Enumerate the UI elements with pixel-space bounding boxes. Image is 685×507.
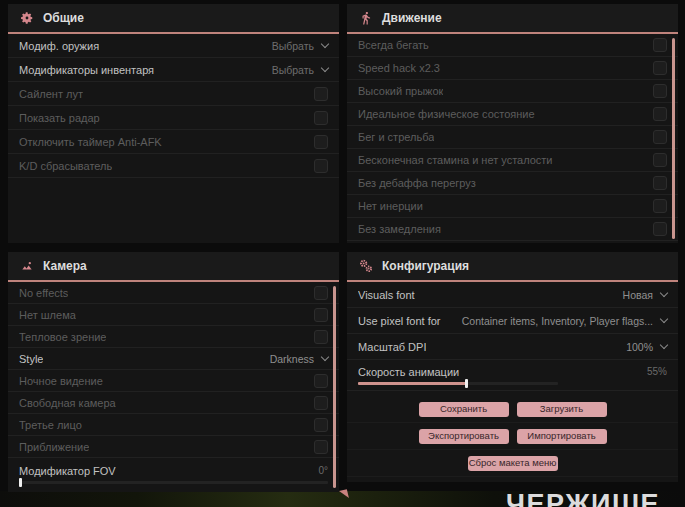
setting-label: Показать радар (19, 112, 100, 124)
dropdown[interactable]: Выбрать (272, 40, 328, 52)
slider-handle[interactable] (465, 379, 468, 388)
button-row: Сброс макета меню (347, 450, 678, 477)
setting-label: Всегда бегать (358, 39, 429, 51)
setting-label: K/D сбрасыватель (19, 160, 112, 172)
action-button[interactable]: Загрузить (517, 402, 607, 417)
dropdown[interactable]: Выбрать (272, 64, 328, 76)
dropdown[interactable]: Container items, Inventory, Player flags… (462, 315, 667, 327)
slider-track[interactable] (19, 481, 328, 484)
checkbox[interactable] (314, 308, 328, 322)
checkbox[interactable] (314, 396, 328, 410)
setting-label: Отключить таймер Anti-AFK (19, 136, 162, 148)
checkbox[interactable] (653, 38, 667, 52)
setting-row[interactable]: No effects (8, 282, 339, 304)
setting-row[interactable]: Нет инерции (347, 195, 678, 218)
setting-label: Свободная камера (19, 397, 116, 409)
setting-row: Use pixel font forContainer items, Inven… (347, 308, 678, 334)
setting-label: Use pixel font for (358, 315, 441, 327)
setting-row: Модификатор FOV0° (8, 458, 339, 490)
setting-row[interactable]: Ночное видение (8, 370, 339, 392)
buttons-area: СохранитьЗагрузитьЭкспортироватьИмпортир… (347, 391, 678, 477)
setting-label: Модификатор FOV (19, 465, 116, 477)
panel-header-config: Конфигурация (347, 252, 678, 282)
slider-head: Модификатор FOV0° (19, 465, 328, 477)
scrollbar[interactable] (672, 38, 675, 239)
action-button[interactable]: Импортировать (517, 429, 607, 444)
setting-label: Сайлент лут (19, 88, 83, 100)
action-button[interactable]: Сброс макета меню (468, 456, 558, 471)
checkbox[interactable] (653, 176, 667, 190)
setting-row[interactable]: Приближение (8, 436, 339, 458)
slider-fill (358, 382, 468, 385)
setting-row[interactable]: Speed hack x2.3 (347, 57, 678, 80)
setting-label: Приближение (19, 441, 89, 453)
checkbox[interactable] (314, 159, 328, 173)
checkbox[interactable] (653, 61, 667, 75)
checkbox[interactable] (314, 330, 328, 344)
checkbox[interactable] (314, 111, 328, 125)
setting-row: Скорость анимации55% (347, 360, 678, 391)
setting-row[interactable]: Тепловое зрение (8, 326, 339, 348)
chevron-down-icon (321, 353, 329, 361)
checkbox[interactable] (314, 135, 328, 149)
dropdown[interactable]: Новая (623, 289, 667, 301)
checkbox[interactable] (653, 130, 667, 144)
checkbox[interactable] (314, 374, 328, 388)
action-button[interactable]: Экспортировать (419, 429, 509, 444)
slider-track[interactable] (358, 382, 558, 385)
setting-row[interactable]: Показать радар (8, 106, 339, 130)
checkbox[interactable] (653, 199, 667, 213)
checkbox[interactable] (314, 418, 328, 432)
checkbox[interactable] (314, 87, 328, 101)
setting-row[interactable]: Без дебаффа перегруз (347, 172, 678, 195)
setting-row[interactable]: Всегда бегать (347, 34, 678, 57)
setting-row[interactable]: Без замедления (347, 218, 678, 241)
setting-row: Модиф. оружияВыбрать (8, 34, 339, 58)
slider-handle[interactable] (19, 478, 22, 487)
button-row: ЭкспортироватьИмпортировать (347, 423, 678, 450)
setting-label: Модификаторы инвентаря (19, 64, 154, 76)
chevron-down-icon (321, 40, 329, 48)
watermark-text: ЧЕРЖИШЕ (506, 491, 660, 507)
dropdown[interactable]: Darkness (270, 353, 328, 365)
panel-title: Общие (43, 11, 84, 25)
mountain-icon (20, 259, 34, 273)
checkbox[interactable] (653, 222, 667, 236)
setting-row[interactable]: Бесконечная стамина и нет усталости (347, 149, 678, 172)
checkbox[interactable] (314, 440, 328, 454)
setting-row[interactable]: Бег и стрельба (347, 126, 678, 149)
setting-row: Масштаб DPI100% (347, 334, 678, 360)
panel-title: Движение (382, 11, 442, 25)
dropdown[interactable]: 100% (626, 341, 667, 353)
setting-row[interactable]: Нет шлема (8, 304, 339, 326)
setting-label: Style (19, 353, 43, 365)
setting-row[interactable]: K/D сбрасыватель (8, 154, 339, 178)
checkbox[interactable] (653, 84, 667, 98)
mod-menu-screen: ОбщиеМодиф. оружияВыбратьМодификаторы ин… (0, 0, 685, 507)
chevron-down-icon (660, 341, 668, 349)
slider-value: 55% (647, 366, 667, 377)
checkbox[interactable] (653, 153, 667, 167)
action-button[interactable]: Сохранить (419, 402, 509, 417)
setting-label: Бесконечная стамина и нет усталости (358, 154, 553, 166)
chevron-down-icon (660, 315, 668, 323)
gear-icon (20, 11, 34, 25)
setting-row[interactable]: Высокий прыжок (347, 80, 678, 103)
setting-label: Бег и стрельба (358, 131, 434, 143)
setting-row[interactable]: Третье лицо (8, 414, 339, 436)
scrollbar[interactable] (333, 286, 336, 488)
checkbox[interactable] (314, 286, 328, 300)
chevron-down-icon (660, 289, 668, 297)
dropdown-value: Новая (623, 289, 653, 301)
runner-icon (359, 11, 373, 25)
setting-row[interactable]: Отключить таймер Anti-AFK (8, 130, 339, 154)
setting-label: Модиф. оружия (19, 40, 99, 52)
setting-row[interactable]: Сайлент лут (8, 82, 339, 106)
setting-row[interactable]: Свободная камера (8, 392, 339, 414)
setting-row[interactable]: Идеальное физическое состояние (347, 103, 678, 126)
setting-row: StyleDarkness (8, 348, 339, 370)
panel-header-general: Общие (8, 4, 339, 34)
setting-label: Третье лицо (19, 419, 82, 431)
checkbox[interactable] (653, 107, 667, 121)
button-row: СохранитьЗагрузить (347, 396, 678, 423)
